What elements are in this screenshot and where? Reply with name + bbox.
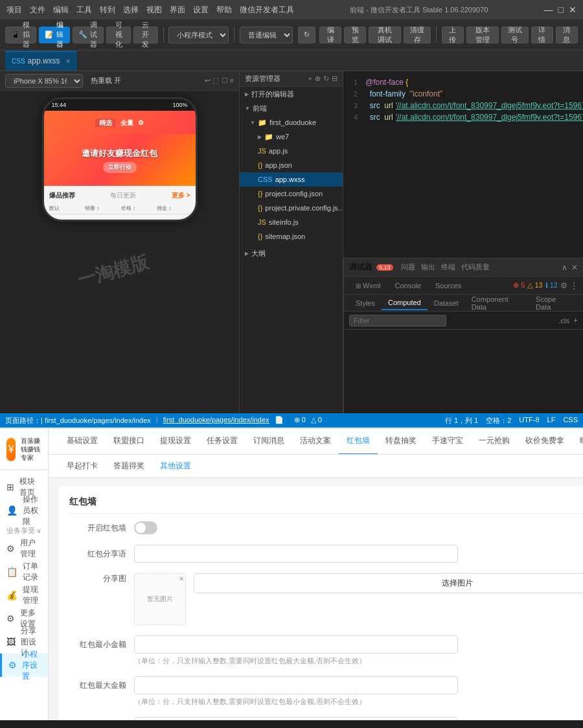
stab-early-punch[interactable]: 早起打卡 [59,455,106,477]
sidebar-item-withdrawal[interactable]: 💰 提现管理 [0,584,48,607]
upload-btn[interactable]: 上传 [442,27,464,43]
tab-activity-copy[interactable]: 活动文案 [292,429,339,455]
tree-app-json[interactable]: {} app.json [240,158,343,172]
refresh-btn[interactable]: ↻ [298,27,315,43]
component-data-tab[interactable]: Component Data [465,293,529,313]
tab-one-yuan[interactable]: 一元抢购 [471,429,518,455]
devtools-collapse-btn[interactable]: ∧ [562,263,567,272]
tab-close-btn[interactable]: ✕ [65,58,71,65]
sidebar-item-user-mgmt[interactable]: ⚙ 用户管理 [0,537,48,560]
visual-btn[interactable]: 可视化 [106,27,131,43]
device-select[interactable]: iPhone X 85% 16 ▼ [5,74,83,88]
console-tab[interactable]: Console [389,279,428,292]
test-num-btn[interactable]: 测试号 [501,27,529,43]
sidebar-item-miniprogram[interactable]: ⚙ 小程序设置 [0,654,48,677]
group-collapse-icon[interactable]: ∨ [36,527,41,535]
image-upload-area[interactable]: ✕ 暂无图片 [134,573,186,625]
tree-app-js[interactable]: JS app.js [240,144,343,158]
status-file-link[interactable]: first_duoduoke/pages/index/index [163,416,269,426]
version-mgr-btn[interactable]: 版本管理 [466,27,499,43]
scope-data-tab[interactable]: Scope Data [529,293,578,313]
phone-simulator-panel: iPhone X 85% 16 ▼ 热重载 开 ↩ ⬚ ☐ ≡ 15:44 10… [0,71,240,413]
wxml-tab[interactable]: ⊞ Wxml [349,279,387,292]
menu-help[interactable]: 帮助 [216,5,232,16]
game-rules-input[interactable] [134,717,458,720]
menu-interface[interactable]: 界面 [170,5,185,16]
tab-basic-settings[interactable]: 基础设置 [59,429,106,455]
sidebar-item-orders[interactable]: 📋 订单记录 [0,560,48,584]
menu-weixin[interactable]: 微信开发者工具 [240,5,294,16]
dataset-tab[interactable]: Dataset [428,297,465,310]
add-cls-icon[interactable]: + [573,316,578,325]
cloud-btn[interactable]: 云开发 [133,27,158,43]
menu-tools[interactable]: 工具 [76,5,92,16]
menu-project[interactable]: 项目 [6,5,22,16]
orders-label: 订单记录 [23,561,41,583]
close-button[interactable]: ✕ [569,5,577,15]
menu-goto[interactable]: 转到 [100,5,115,16]
tree-outline[interactable]: ▶ 大纲 [240,246,343,260]
menu-file[interactable]: 文件 [30,5,45,16]
image-close-btn[interactable]: ✕ [179,575,184,582]
cls-label: .cls [558,317,569,324]
sidebar-item-operator[interactable]: 👤 操作员权限 [0,499,48,522]
tab-task-settings[interactable]: 任务设置 [199,429,246,455]
stab-other-settings[interactable]: 其他设置 [152,455,199,477]
tab-order-notifications[interactable]: 订阅消息 [246,429,292,455]
tree-open-editors[interactable]: ▶ 打开的编辑器 [240,87,343,101]
styles-tab[interactable]: Styles [349,297,382,310]
editor-btn[interactable]: 📝 编辑器 [39,27,70,43]
red-packet-toggle[interactable] [134,521,157,534]
tab-app-wxss[interactable]: CSS app.wxss ✕ [5,51,77,71]
menu-settings[interactable]: 设置 [193,5,209,16]
share-text-input[interactable] [134,545,458,563]
tab-spin-prize[interactable]: 转盘抽奖 [378,429,424,455]
menu-view[interactable]: 视图 [146,5,162,16]
tab-speed-treasure[interactable]: 手速守宝 [424,429,471,455]
tab-withdrawal-settings[interactable]: 提现设置 [152,429,199,455]
clear-cache-btn[interactable]: 清缓存 [404,27,431,43]
tree-project-config[interactable]: {} project.config.json [240,187,343,201]
max-amount-input[interactable] [134,676,458,694]
min-amount-input[interactable] [134,635,458,654]
menu-edit[interactable]: 编辑 [53,5,69,16]
tree-folder-we7[interactable]: ▶ 📁 we7 [240,130,343,144]
maximize-button[interactable]: □ [558,5,564,15]
compile-btn[interactable]: 编译 [319,27,341,43]
devtools-settings-icon[interactable]: ⚙ [560,281,567,290]
details-btn[interactable]: 详情 [531,27,553,43]
devtools-more-icon[interactable]: ⋮ [570,281,578,290]
tab-show-order[interactable]: 晒单 [572,429,583,455]
compile-select[interactable]: 普通编辑 [240,27,293,43]
devtools-close-btn[interactable]: ✕ [571,263,578,272]
menu-select[interactable]: 选择 [123,5,139,16]
debugger-btn[interactable]: 🔧 调试器 [73,27,104,43]
choose-image-btn[interactable]: 选择图片 [194,573,583,593]
tab-league-interface[interactable]: 联盟接口 [106,429,152,455]
tab-bargain[interactable]: 砍价免费拿 [518,429,572,455]
new-file-icon[interactable]: + [308,74,312,83]
refresh-icon[interactable]: ↻ [323,74,329,83]
simulator-btn[interactable]: 📱 模拟器 [5,27,36,43]
collapse-icon[interactable]: ⊟ [332,74,337,83]
tab-red-packet-wall[interactable]: 红包墙 [339,429,378,455]
tree-project-private[interactable]: {} project.private.config.js... [240,201,343,215]
new-folder-icon[interactable]: ⊕ [315,74,321,83]
real-debug-btn[interactable]: 真机调试 [369,27,401,43]
more-link[interactable]: 更多 > [172,191,190,200]
tree-app-wxss[interactable]: CSS app.wxss [240,172,343,187]
mode-select[interactable]: 小程序模式 [168,27,229,43]
filter-input[interactable] [349,315,446,326]
tree-project[interactable]: ▼ 前端 [240,101,343,115]
minimize-button[interactable]: — [544,5,553,15]
preview-btn[interactable]: 预览 [344,27,366,43]
tree-folder-first[interactable]: ▼ 📁 first_duoduoke [240,115,343,130]
folder-we7-arrow: ▶ [258,134,262,140]
computed-tab[interactable]: Computed [382,296,428,310]
sources-tab[interactable]: Sources [429,279,468,292]
tree-siteinfo[interactable]: JS siteinfo.js [240,215,343,229]
messages-btn[interactable]: 消息 [556,27,578,43]
tree-sitemap[interactable]: {} sitemap.json [240,229,343,244]
stab-quiz-prize[interactable]: 答题得奖 [106,455,152,477]
outline-label: 大纲 [251,249,266,258]
